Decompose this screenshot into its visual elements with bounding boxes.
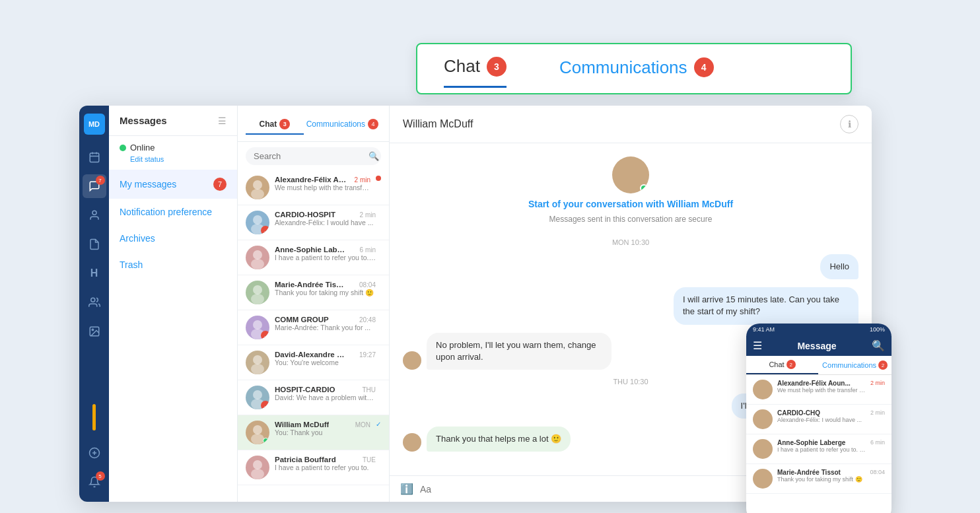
svg-point-11 [251, 189, 264, 199]
sidebar-icon-calendar[interactable] [83, 145, 106, 169]
mobile-mockup: 9:41 AM 100% ☰ Message 🔍 Chat 2 Communic… [746, 324, 892, 513]
message-avatar [246, 176, 269, 199]
svg-point-17 [251, 294, 264, 304]
messages-header: Chat 3 Communications 4 [238, 106, 389, 142]
chat-start: Start of your conversation with William … [403, 156, 858, 224]
tab-comms-label: Communications [306, 120, 365, 129]
mobile-avatar [753, 409, 773, 429]
mobile-avatar [753, 439, 773, 459]
message-list-item[interactable]: Marie-Andrée Tissot08:04Thank you for ta… [238, 275, 389, 310]
message-sender-name: Marie-Andrée Tissot [275, 281, 347, 289]
message-avatar: ... [246, 316, 269, 339]
sidebar-icon-image[interactable] [83, 320, 106, 343]
mobile-chat-label: Chat [769, 360, 784, 368]
message-time: 08:04 [359, 281, 376, 289]
message-sender-name: Anne-Sophie Laberge [275, 246, 347, 254]
message-list-item[interactable]: William McDuffMONYou: Thank you✓ [238, 415, 389, 450]
sidebar-icon-person[interactable] [83, 203, 106, 227]
svg-point-21 [251, 364, 264, 374]
info-icon[interactable]: ℹ [840, 115, 858, 133]
svg-point-20 [253, 355, 262, 364]
message-name-row: Marie-Andrée Tissot08:04 [275, 281, 376, 289]
sidebar: MD 7 H 5 [79, 106, 109, 502]
mobile-message-item[interactable]: Alexandre-Félix Aoun...We must help with… [746, 375, 892, 405]
svg-point-4 [92, 211, 96, 215]
nav-item-notification[interactable]: Notification preference [109, 199, 237, 225]
nav-item-my-messages[interactable]: My messages 7 [109, 170, 237, 199]
svg-point-26 [253, 460, 262, 469]
search-input[interactable] [254, 151, 365, 161]
message-sender-name: HOSPIT-CARDIO [275, 386, 335, 393]
message-list-item[interactable]: ...HOSPIT-CARDIOTHUDavid: We have a prob… [238, 380, 389, 415]
floating-comms-tab[interactable]: Communications 4 [559, 57, 714, 87]
nav-menu-icon[interactable]: ☰ [218, 116, 227, 126]
info-circle-icon[interactable]: ℹ️ [400, 483, 413, 495]
message-content: William McDuffMONYou: Thank you [275, 421, 370, 436]
mobile-message-item[interactable]: Marie-Andrée TissotThank you for taking … [746, 464, 892, 494]
message-preview: Marie-Andrée: Thank you for ... [275, 324, 376, 331]
contact-mini-avatar-2 [403, 433, 421, 452]
message-content: Patricia BouffardTUEI have a patient to … [275, 456, 376, 471]
edit-status-link[interactable]: Edit status [109, 155, 237, 170]
mobile-avatar [753, 380, 773, 399]
mobile-message-item[interactable]: CARDIO-CHQAlexandre-Félix: I would have … [746, 405, 892, 434]
online-dot [263, 438, 269, 444]
message-list-item[interactable]: ...COMM GROUP20:48Marie-Andrée: Thank yo… [238, 310, 389, 345]
mobile-title: Message [797, 341, 836, 351]
tab-chat[interactable]: Chat 3 [246, 115, 304, 135]
svg-point-25 [251, 434, 264, 444]
svg-point-7 [92, 329, 93, 330]
mobile-msg-preview: We must help with the transfer of ... [777, 387, 866, 393]
search-icon: 🔍 [368, 151, 379, 161]
message-sender-name: David-Alexandre Bélair Paulo [275, 351, 347, 359]
chat-sidebar-badge: 7 [96, 176, 105, 185]
mobile-msg-content: Marie-Andrée TissotThank you for taking … [777, 469, 865, 483]
chat-start-title: Start of your conversation with William … [528, 199, 733, 209]
sidebar-icon-document[interactable] [83, 232, 106, 256]
mobile-msg-preview: Alexandre-Félix: I would have ... [777, 417, 866, 423]
message-content: HOSPIT-CARDIOTHUDavid: We have a problem… [275, 386, 376, 401]
mobile-battery: 100% [870, 326, 885, 333]
svg-point-18 [253, 320, 262, 329]
message-list: Alexandre-Félix Aoun...2 minWe must help… [238, 170, 389, 502]
message-name-row: Alexandre-Félix Aoun...2 min [275, 176, 370, 184]
message-list-item[interactable]: Alexandre-Félix Aoun...2 minWe must help… [238, 170, 389, 205]
mobile-msg-preview: Thank you for taking my shift 🙂 [777, 476, 865, 483]
mobile-tab-chat[interactable]: Chat 2 [746, 356, 818, 374]
message-name-row: HOSPIT-CARDIOTHU [275, 386, 376, 393]
mobile-msg-name: Alexandre-Félix Aoun... [777, 380, 866, 387]
sidebar-icon-bell[interactable]: 5 [83, 470, 106, 494]
svg-point-5 [90, 298, 94, 302]
message-list-item[interactable]: ...CARDIO-HOSPIT2 minAlexandre-Félix: I … [238, 205, 389, 240]
message-time: 2 min [360, 211, 376, 219]
tab-chat-label: Chat [259, 120, 277, 129]
tab-chat-badge: 3 [279, 119, 290, 129]
nav-panel: Messages ☰ Online Edit status My message… [109, 106, 238, 502]
nav-item-trash[interactable]: Trash [109, 252, 237, 278]
mobile-tab-comms[interactable]: Communications 2 [818, 356, 892, 374]
sidebar-icon-hospital[interactable]: H [83, 261, 106, 285]
app-logo: MD [84, 114, 105, 135]
mobile-message-item[interactable]: Anne-Sophie LabergeI have a patient to r… [746, 434, 892, 464]
sidebar-icon-chat[interactable]: 7 [83, 174, 106, 198]
nav-item-archives[interactable]: Archives [109, 225, 237, 252]
chat-start-avatar [612, 156, 649, 193]
sidebar-icon-dollar[interactable] [83, 441, 106, 465]
message-list-item[interactable]: Patricia BouffardTUEI have a patient to … [238, 450, 389, 485]
sidebar-icon-group[interactable] [83, 291, 106, 314]
tab-comms[interactable]: Communications 4 [304, 115, 381, 135]
floating-chat-tab[interactable]: Chat 3 [444, 56, 507, 88]
message-list-item[interactable]: Anne-Sophie Laberge6 minI have a patient… [238, 240, 389, 275]
message-time: 2 min [355, 176, 370, 184]
message-list-item[interactable]: David-Alexandre Bélair Paulo19:27You: Yo… [238, 345, 389, 380]
svg-point-22 [253, 390, 262, 399]
sidebar-yellow-bar [92, 404, 96, 430]
mobile-message-list: Alexandre-Félix Aoun...We must help with… [746, 375, 892, 494]
message-time: MON [355, 421, 370, 428]
message-avatar [246, 246, 269, 269]
chat-contact-online-indicator [640, 184, 648, 192]
trash-label: Trash [120, 259, 143, 270]
message-time: TUE [363, 456, 376, 463]
message-avatar [246, 421, 269, 444]
search-bar: 🔍 [246, 147, 381, 165]
